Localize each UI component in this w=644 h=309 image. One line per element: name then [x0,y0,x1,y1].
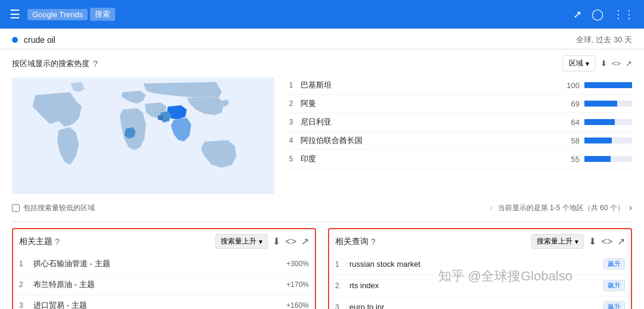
country-name-2: 阿曼 [301,98,553,109]
low-search-checkbox[interactable] [12,204,20,212]
queries-help-icon[interactable]: ? [371,237,376,246]
queries-title-text: 相关查询 [335,236,369,247]
country-bar-fill-5 [584,156,611,162]
topics-sort-label: 搜索量上升 [221,236,256,246]
map-section-actions: 区域 ▾ ⬇ <> ↗ [562,55,632,71]
country-bar-bg-1 [584,82,632,88]
country-item-3: 3 尼日利亚 64 [286,113,632,132]
search-bar-area: crude oil 全球, 过去 30 天 [0,29,644,49]
top-nav: ☰ Google Trends 搜索 ➚ ◯ ⋮⋮ [0,0,644,29]
country-name-3: 尼日利亚 [301,117,553,127]
query-name-3: euro to inr [349,302,599,309]
topic-rank-2: 2 [19,280,29,289]
country-name-4: 阿拉伯联合酋长国 [301,135,553,146]
search-term: crude oil [24,35,570,45]
queries-share-icon[interactable]: ↗ [617,236,625,247]
map-share-icon[interactable]: ↗ [626,59,632,68]
topic-row-3: 3 进口贸易 - 主题 +160% [13,295,315,309]
query-name-2: rts index [349,281,599,290]
queries-header: 相关查询 ? 搜索量上升 ▾ ⬇ <> ↗ [328,228,632,254]
topic-rank-1: 1 [19,260,29,268]
map-embed-icon[interactable]: <> [612,59,621,68]
country-rank-5: 5 [286,155,296,163]
queries-sort-button[interactable]: 搜索量上升 ▾ [531,234,584,249]
query-badge-3: 飙升 [603,301,625,309]
map-and-list: 1 巴基斯坦 100 2 阿曼 69 3 尼日利亚 64 [12,76,632,195]
topics-share-icon[interactable]: ↗ [301,236,309,247]
apps-nav-icon[interactable]: ⋮⋮ [613,8,634,21]
region-chevron-icon: ▾ [586,60,589,68]
topic-row-2: 2 布兰特原油 - 主题 +170% [13,274,315,295]
queries-sort-label: 搜索量上升 [537,236,572,246]
country-bar-fill-3 [584,119,615,125]
region-button[interactable]: 区域 ▾ [562,55,596,71]
topic-rank-3: 3 [19,301,29,309]
brand-logo: Google Trends 搜索 [27,8,115,21]
query-row-1: 1 russian stock market 飙升 [329,254,631,275]
menu-icon[interactable]: ☰ [10,7,20,21]
topics-sort-button[interactable]: 搜索量上升 ▾ [215,234,268,249]
brand-name: Google Trends [27,9,88,20]
search-label-badge: 搜索 [90,8,115,21]
topic-name-1: 拱心石输油管道 - 主题 [33,258,281,269]
map-help-icon[interactable]: ? [93,59,98,68]
topics-title-text: 相关主题 [19,236,52,247]
query-rank-3: 3 [335,303,345,310]
topics-title: 相关主题 ? [19,236,60,247]
country-rank-1: 1 [286,81,296,89]
topics-embed-icon[interactable]: <> [285,236,296,247]
map-section-header: 按区域显示的搜索热度 ? 区域 ▾ ⬇ <> ↗ [12,55,632,71]
query-row-3: 3 euro to inr 飙升 [329,296,631,309]
topic-row-1: 1 拱心石输油管道 - 主题 +300% [13,254,315,274]
country-item-5: 5 印度 55 [286,150,632,168]
region-btn-label: 区域 [569,58,583,68]
queries-actions: 搜索量上升 ▾ ⬇ <> ↗ [531,234,625,249]
queries-title: 相关查询 ? [335,236,376,247]
query-badge-2: 飙升 [603,280,625,291]
save-nav-icon[interactable]: ◯ [592,8,603,21]
bottom-columns: 相关主题 ? 搜索量上升 ▾ ⬇ <> ↗ 1 拱心石输油管道 - 主题 [12,228,632,309]
country-name-5: 印度 [301,154,553,164]
queries-embed-icon[interactable]: <> [601,236,612,247]
country-value-1: 100 [558,81,580,90]
related-topics-col: 相关主题 ? 搜索量上升 ▾ ⬇ <> ↗ 1 拱心石输油管道 - 主题 [12,228,316,309]
country-bar-bg-4 [584,138,632,143]
search-dot [12,37,18,43]
country-item-1: 1 巴基斯坦 100 [286,76,632,95]
topics-help-icon[interactable]: ? [55,237,60,246]
pagination-prev-icon[interactable]: ‹ [490,202,493,213]
share-nav-icon[interactable]: ➚ [573,8,582,21]
country-value-5: 55 [558,155,580,164]
checkbox-area: 包括搜索量较低的区域 [12,203,95,213]
country-bar-fill-4 [584,138,612,143]
pagination: ‹ 当前显示的是第 1-5 个地区（共 60 个） › [490,202,632,213]
world-map [12,76,274,195]
main-content: 按区域显示的搜索热度 ? 区域 ▾ ⬇ <> ↗ [0,49,644,309]
country-bar-bg-3 [584,119,632,125]
queries-download-icon[interactable]: ⬇ [589,236,596,247]
checkbox-label: 包括搜索量较低的区域 [23,203,95,213]
divider [12,221,632,222]
topics-sort-chevron-icon: ▾ [259,238,262,246]
country-rank-4: 4 [286,136,296,145]
queries-sort-chevron-icon: ▾ [575,238,578,246]
country-bar-bg-5 [584,156,632,162]
topics-body: 1 拱心石输油管道 - 主题 +300% 2 布兰特原油 - 主题 +170% … [12,254,316,309]
related-queries-col: 相关查询 ? 搜索量上升 ▾ ⬇ <> ↗ 1 russian stock ma… [328,228,632,309]
topics-actions: 搜索量上升 ▾ ⬇ <> ↗ [215,234,309,249]
country-item-2: 2 阿曼 69 [286,95,632,113]
map-title-text: 按区域显示的搜索热度 [12,58,89,69]
map-download-icon[interactable]: ⬇ [600,59,607,68]
pagination-next-icon[interactable]: › [629,202,632,213]
topic-change-3: +160% [286,301,309,309]
topics-download-icon[interactable]: ⬇ [273,236,280,247]
topic-name-3: 进口贸易 - 主题 [33,300,281,309]
country-bar-fill-2 [584,101,617,107]
map-footer: 包括搜索量较低的区域 ‹ 当前显示的是第 1-5 个地区（共 60 个） › [12,200,632,216]
country-list: 1 巴基斯坦 100 2 阿曼 69 3 尼日利亚 64 [286,76,632,195]
query-rank-1: 1 [335,260,345,269]
country-rank-2: 2 [286,99,296,108]
country-value-3: 64 [558,118,580,127]
query-badge-1: 飙升 [603,258,625,270]
topics-header: 相关主题 ? 搜索量上升 ▾ ⬇ <> ↗ [12,228,316,254]
